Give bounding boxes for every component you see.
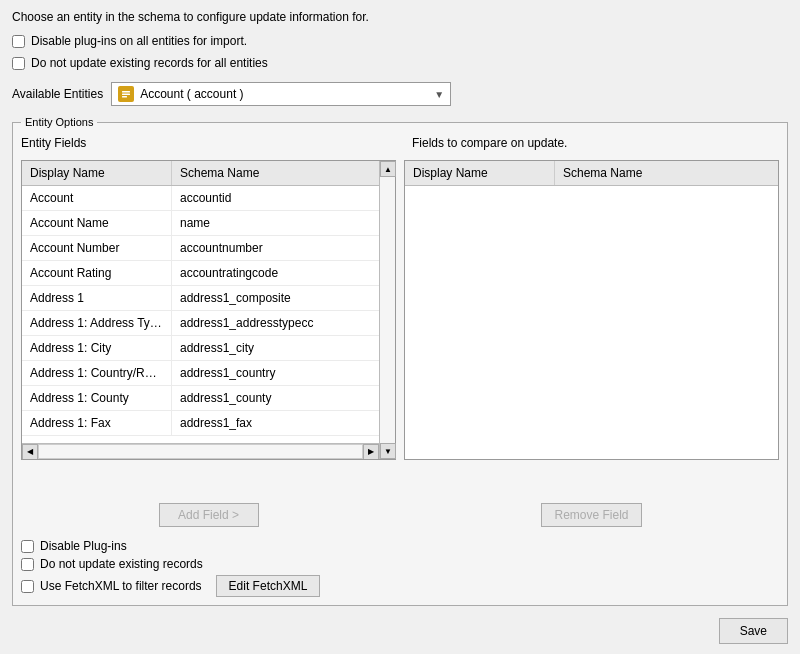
scroll-left-btn[interactable]: ◀: [22, 444, 38, 460]
do-not-update-checkbox[interactable]: [21, 558, 34, 571]
scroll-right-btn[interactable]: ▶: [363, 444, 379, 460]
intro-text: Choose an entity in the schema to config…: [12, 10, 788, 24]
display-name-cell: Account Rating: [22, 261, 172, 285]
display-name-cell: Address 1: City: [22, 336, 172, 360]
schema-name-cell: accountratingcode: [172, 261, 379, 285]
disable-plugins-all-checkbox[interactable]: [12, 35, 25, 48]
disable-plugins-checkbox[interactable]: [21, 540, 34, 553]
svg-rect-3: [122, 96, 127, 98]
schema-name-cell: address1_addresstypecc: [172, 311, 379, 335]
fields-compare-label: Fields to compare on update.: [412, 136, 567, 150]
table-row[interactable]: Account accountid: [22, 186, 379, 211]
table-row[interactable]: Account Number accountnumber: [22, 236, 379, 261]
schema-name-cell: address1_country: [172, 361, 379, 385]
entity-dropdown-text: Account ( account ): [140, 87, 428, 101]
table-row[interactable]: Address 1: Country/Region address1_count…: [22, 361, 379, 386]
schema-name-cell: name: [172, 211, 379, 235]
display-name-cell: Account: [22, 186, 172, 210]
schema-name-cell: accountid: [172, 186, 379, 210]
save-button[interactable]: Save: [719, 618, 788, 644]
table-row[interactable]: Address 1: City address1_city: [22, 336, 379, 361]
use-fetchxml-label: Use FetchXML to filter records: [40, 579, 202, 593]
vscroll-track[interactable]: [380, 177, 395, 443]
table-row[interactable]: Address 1: Address Type address1_address…: [22, 311, 379, 336]
compare-fields-table: Display Name Schema Name: [404, 160, 779, 460]
vscroll-down-btn[interactable]: ▼: [380, 443, 396, 459]
disable-plugins-all-label: Disable plug-ins on all entities for imp…: [31, 34, 247, 48]
table-row[interactable]: Account Rating accountratingcode: [22, 261, 379, 286]
available-entities-dropdown[interactable]: Account ( account ) ▼: [111, 82, 451, 106]
display-name-cell: Address 1: Address Type: [22, 311, 172, 335]
disable-plugins-label: Disable Plug-ins: [40, 539, 127, 553]
schema-name-cell: address1_fax: [172, 411, 379, 435]
display-name-cell: Address 1: County: [22, 386, 172, 410]
do-not-update-all-label: Do not update existing records for all e…: [31, 56, 268, 70]
display-name-cell: Account Name: [22, 211, 172, 235]
schema-name-cell: accountnumber: [172, 236, 379, 260]
display-name-cell: Address 1: Country/Region: [22, 361, 172, 385]
svg-rect-2: [122, 94, 130, 96]
use-fetchxml-checkbox[interactable]: [21, 580, 34, 593]
schema-name-cell: address1_county: [172, 386, 379, 410]
entity-fields-table: Display Name Schema Name Account account…: [21, 160, 396, 460]
table-row[interactable]: Account Name name: [22, 211, 379, 236]
display-name-cell: Address 1: Fax: [22, 411, 172, 435]
edit-fetchxml-button[interactable]: Edit FetchXML: [216, 575, 321, 597]
schema-name-cell: address1_city: [172, 336, 379, 360]
display-name-cell: Address 1: [22, 286, 172, 310]
table-row[interactable]: Address 1 address1_composite: [22, 286, 379, 311]
do-not-update-all-checkbox[interactable]: [12, 57, 25, 70]
do-not-update-label: Do not update existing records: [40, 557, 203, 571]
display-name-cell: Account Number: [22, 236, 172, 260]
remove-field-button[interactable]: Remove Field: [541, 503, 641, 527]
entity-icon: [118, 86, 134, 102]
vscroll-up-btn[interactable]: ▲: [380, 161, 396, 177]
schema-name-cell: address1_composite: [172, 286, 379, 310]
dropdown-arrow-icon: ▼: [434, 89, 444, 100]
scroll-track[interactable]: [38, 444, 363, 459]
right-display-name-header: Display Name: [405, 161, 555, 185]
entity-fields-label: Entity Fields: [21, 136, 86, 150]
available-entities-label: Available Entities: [12, 87, 103, 101]
left-display-name-header: Display Name: [22, 161, 172, 185]
left-schema-name-header: Schema Name: [172, 161, 379, 185]
right-schema-name-header: Schema Name: [555, 161, 778, 185]
add-field-button[interactable]: Add Field >: [159, 503, 259, 527]
svg-rect-1: [122, 91, 130, 93]
entity-options-legend: Entity Options: [21, 116, 97, 128]
table-row[interactable]: Address 1: County address1_county: [22, 386, 379, 411]
table-row[interactable]: Address 1: Fax address1_fax: [22, 411, 379, 436]
